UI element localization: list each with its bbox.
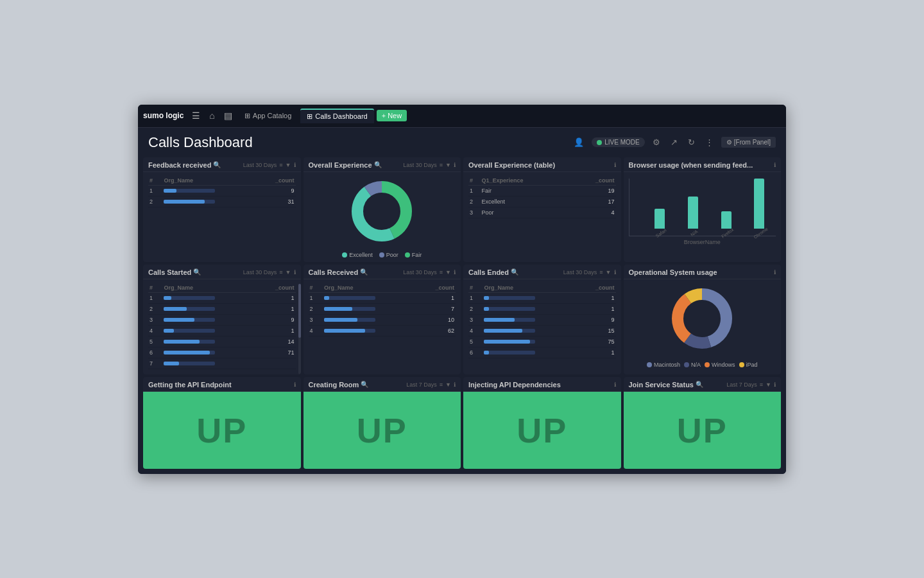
info-icon-room[interactable]: ℹ xyxy=(454,381,456,388)
tab-app-catalog[interactable]: ⊞ App Catalog xyxy=(238,109,298,123)
panel-ce-meta: Last 30 Days ≡ ▼ ℹ xyxy=(563,269,616,276)
settings-icon-room[interactable]: ▼ xyxy=(445,381,451,388)
info-icon-api[interactable]: ℹ xyxy=(294,381,296,388)
settings-icon-oe[interactable]: ▼ xyxy=(445,162,451,168)
tab-calls-dashboard[interactable]: ⊞ Calls Dashboard xyxy=(300,109,373,123)
from-panel-button[interactable]: ⚙ [From Panel] xyxy=(721,137,776,148)
panel-api-meta: ℹ xyxy=(294,381,296,388)
panel-calls-ended: Calls Ended 🔍 Last 30 Days ≡ ▼ ℹ # Org_N… xyxy=(463,265,621,374)
row-count: 9 xyxy=(242,185,296,196)
search-icon-join[interactable]: 🔍 xyxy=(696,381,703,388)
row-bar xyxy=(162,336,241,347)
search-icon[interactable]: 🔍 xyxy=(213,161,221,168)
bar-group: Chrome xyxy=(745,179,773,236)
info-icon-join[interactable]: ℹ xyxy=(774,381,776,388)
filter-icon-cs[interactable]: ≡ xyxy=(279,269,282,276)
table-row: 2 1 xyxy=(468,303,616,314)
info-icon-oet[interactable]: ℹ xyxy=(614,162,616,168)
row-num: 1 xyxy=(309,292,323,303)
row-count: 10 xyxy=(402,314,456,325)
row-count: 1 xyxy=(402,292,456,303)
app-catalog-icon: ⊞ xyxy=(244,112,250,120)
new-tab-button[interactable]: + New xyxy=(377,110,407,121)
scroll-track[interactable] xyxy=(298,284,301,374)
live-indicator xyxy=(597,140,602,145)
row-count: 71 xyxy=(242,347,296,358)
search-icon-cs[interactable]: 🔍 xyxy=(193,268,201,276)
panel-oe-title: Overall Experience 🔍 xyxy=(309,161,382,169)
x-axis-title: BrowserName xyxy=(629,239,776,245)
legend-poor: Poor xyxy=(379,252,398,258)
panel-overall-experience: Overall Experience 🔍 Last 30 Days ≡ ▼ ℹ xyxy=(304,157,461,262)
hamburger-icon[interactable]: ☰ xyxy=(189,109,203,122)
panel-inject-meta: ℹ xyxy=(614,381,616,388)
search-icon-ce[interactable]: 🔍 xyxy=(511,268,518,276)
panel-browser-body: 30 20 10 0 Safari N/A Firefox Chrome Bro… xyxy=(624,172,782,262)
settings-icon-cs[interactable]: ▼ xyxy=(286,269,291,276)
info-icon-oe[interactable]: ℹ xyxy=(454,162,456,168)
panel-oe-body: Excellent Poor Fair xyxy=(304,172,461,262)
settings-icon: ⚙ xyxy=(726,139,732,146)
settings-icon-sm[interactable]: ▼ xyxy=(286,162,291,168)
row-count: 15 xyxy=(562,325,616,336)
row-bar xyxy=(323,303,402,314)
info-icon-browser[interactable]: ℹ xyxy=(774,162,776,168)
filter-icon-join[interactable]: ≡ xyxy=(760,381,763,388)
panel-os-header: Operational System usage ℹ xyxy=(624,265,782,279)
page-title: Calls Dashboard xyxy=(148,134,253,151)
filter-icon-ce[interactable]: ≡ xyxy=(599,269,603,276)
panel-feedback-received-body: # Org_Name _count 1 9 2 xyxy=(143,172,301,262)
panel-os-usage: Operational System usage ℹ xyxy=(624,265,782,374)
row-count: 4 xyxy=(572,207,616,218)
row-num: 1 xyxy=(148,292,162,303)
filter-icon-cr[interactable]: ≡ xyxy=(440,269,443,276)
row-num: 1 xyxy=(468,185,481,196)
info-icon-ce[interactable]: ℹ xyxy=(614,269,616,276)
panel-oe-table-body: # Q1_Experience _count 1 Fair 19 2 Excel… xyxy=(463,172,621,262)
table-row: 6 71 xyxy=(148,347,296,358)
info-icon[interactable]: ℹ xyxy=(294,162,296,168)
bar-label: Safari xyxy=(655,227,667,238)
panel-feedback-received-header: Feedback received 🔍 Last 30 Days ≡ ▼ ℹ xyxy=(143,157,301,172)
info-icon-os[interactable]: ℹ xyxy=(774,269,776,276)
row-num: 2 xyxy=(148,303,162,314)
info-icon-cr[interactable]: ℹ xyxy=(454,269,456,276)
nav-logo: sumo logic xyxy=(143,111,184,120)
search-icon-oe[interactable]: 🔍 xyxy=(374,161,382,168)
info-icon-inject[interactable]: ℹ xyxy=(614,381,616,388)
filter-icon-room[interactable]: ≡ xyxy=(440,381,443,388)
info-icon-cs[interactable]: ℹ xyxy=(294,269,296,276)
search-icon-cr[interactable]: 🔍 xyxy=(360,268,368,276)
ipad-dot xyxy=(739,362,744,367)
filter-icon-oe[interactable]: ≡ xyxy=(440,162,443,168)
settings-icon-join[interactable]: ▼ xyxy=(766,381,771,388)
panel-getting-api: Getting the API Endpoint ℹ UP xyxy=(143,377,301,469)
scroll-thumb[interactable] xyxy=(298,284,301,338)
dashboard-header: Calls Dashboard 👤 LIVE MODE ⚙ ↗ ↻ ⋮ ⚙ [F… xyxy=(138,128,786,155)
svg-point-10 xyxy=(685,302,719,335)
row-bar xyxy=(483,325,561,336)
settings-icon-cr[interactable]: ▼ xyxy=(445,269,451,276)
row-count: 1 xyxy=(562,303,616,314)
filter-icon[interactable]: ⚙ xyxy=(650,136,663,148)
user-icon[interactable]: 👤 xyxy=(571,136,586,148)
table-row: 5 14 xyxy=(148,336,296,347)
refresh-icon[interactable]: ↻ xyxy=(685,136,697,148)
more-icon[interactable]: ⋮ xyxy=(703,136,716,148)
oe-donut-chart xyxy=(346,176,417,247)
home-icon[interactable]: ⌂ xyxy=(206,109,218,122)
row-bar xyxy=(162,358,241,369)
os-legend: Macintosh N/A Windows iPad xyxy=(644,359,760,371)
share-icon[interactable]: ↗ xyxy=(668,136,680,148)
panel-oe-meta: Last 30 Days ≡ ▼ ℹ xyxy=(403,162,456,168)
getting-api-status: UP xyxy=(143,392,301,469)
filter-icon-sm[interactable]: ≡ xyxy=(279,162,282,168)
search-icon-room[interactable]: 🔍 xyxy=(361,381,368,388)
settings-icon-ce[interactable]: ▼ xyxy=(606,269,612,276)
folder-icon[interactable]: ▤ xyxy=(221,109,235,122)
row-count: 7 xyxy=(402,303,456,314)
row-bar xyxy=(162,303,241,314)
row-num: 6 xyxy=(468,347,483,358)
panel-oe-table-meta: ℹ xyxy=(614,162,616,168)
panel-feedback-received-title: Feedback received 🔍 xyxy=(148,161,221,169)
